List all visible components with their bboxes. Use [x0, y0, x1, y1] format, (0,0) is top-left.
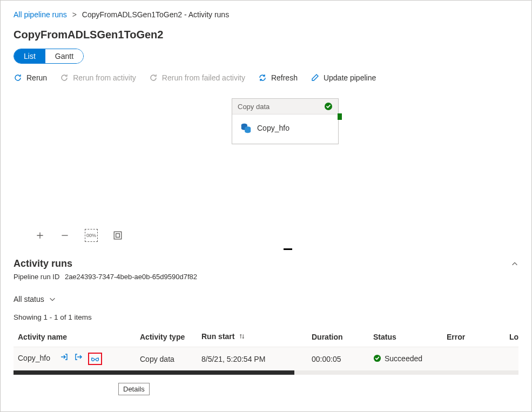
breadcrumb: All pipeline runs > CopyFromADLSGen1ToGe…: [14, 10, 518, 19]
cell-run-start: 8/5/21, 5:20:54 PM: [197, 347, 307, 371]
zoom-in-button[interactable]: [35, 231, 45, 240]
edit-icon: [311, 73, 319, 82]
cell-activity-type: Copy data: [136, 347, 197, 371]
view-toggle-list[interactable]: List: [14, 49, 45, 63]
rerun-activity-icon: [60, 73, 69, 82]
details-tooltip: Details: [118, 383, 150, 395]
input-icon[interactable]: [60, 353, 69, 361]
activity-runs-title: Activity runs: [14, 258, 72, 269]
pipeline-run-id-value: 2ae24393-7347-4beb-ae0b-65d9590d7f82: [65, 273, 197, 281]
refresh-icon: [258, 73, 267, 82]
svg-rect-4: [116, 234, 120, 238]
pipeline-canvas[interactable]: Copy data Copy_hfo 00%: [14, 92, 518, 248]
page-title: CopyFromADLSGen1ToGen2: [14, 29, 518, 41]
breadcrumb-root-link[interactable]: All pipeline runs: [14, 10, 67, 19]
col-activity-type[interactable]: Activity type: [136, 327, 197, 347]
copy-data-icon: [240, 122, 252, 134]
cell-status-text: Succeeded: [385, 354, 422, 363]
breadcrumb-separator: >: [72, 10, 77, 19]
zoom-toolbar: 00%: [35, 229, 123, 242]
col-status[interactable]: Status: [369, 327, 442, 347]
zoom-reset-button[interactable]: 00%: [85, 229, 98, 242]
chevron-down-icon: [49, 295, 56, 303]
rerun-button[interactable]: Rerun: [14, 73, 47, 82]
activity-node-name: Copy_hfo: [257, 124, 289, 132]
col-activity-name[interactable]: Activity name: [14, 327, 136, 347]
update-pipeline-button[interactable]: Update pipeline: [311, 73, 376, 82]
rerun-icon: [14, 73, 22, 82]
output-icon[interactable]: [74, 353, 83, 361]
table-row[interactable]: Copy_hfo Copy data 8/5/21, 5:20:54 PM: [14, 347, 518, 371]
panel-resize-handle[interactable]: [284, 248, 292, 250]
rerun-label: Rerun: [26, 73, 47, 82]
col-run-start-label: Run start: [201, 332, 234, 341]
cell-log: [505, 347, 518, 371]
pipeline-run-id: Pipeline run ID 2ae24393-7347-4beb-ae0b-…: [14, 273, 518, 281]
cell-activity-name: Copy_hfo: [18, 354, 50, 363]
activity-node[interactable]: Copy data Copy_hfo: [232, 98, 339, 144]
zoom-out-button[interactable]: [60, 231, 70, 240]
items-count-text: Showing 1 - 1 of 1 items: [14, 313, 518, 321]
rerun-from-failed-button: Rerun from failed activity: [149, 73, 245, 82]
refresh-label: Refresh: [271, 73, 298, 82]
col-run-start[interactable]: Run start: [197, 327, 307, 347]
collapse-section-icon[interactable]: [511, 260, 518, 268]
activity-runs-table-wrap: Activity name Activity type Run start Du…: [14, 327, 518, 375]
rerun-failed-icon: [149, 73, 158, 82]
activity-node-type: Copy data: [238, 103, 270, 111]
breadcrumb-current: CopyFromADLSGen1ToGen2 - Activity runs: [82, 10, 229, 19]
view-toggle: List Gantt: [14, 49, 84, 64]
toolbar: Rerun Rerun from activity Rerun from fai…: [14, 73, 518, 82]
pipeline-run-id-label: Pipeline run ID: [14, 273, 59, 281]
fit-to-screen-button[interactable]: [113, 231, 123, 240]
rerun-from-activity-button: Rerun from activity: [60, 73, 136, 82]
cell-duration: 00:00:05: [307, 347, 369, 371]
svg-rect-3: [114, 232, 122, 239]
col-log[interactable]: Log: [505, 327, 518, 347]
status-filter-label: All status: [14, 295, 44, 303]
horizontal-scrollbar[interactable]: [14, 370, 518, 375]
details-button[interactable]: [88, 353, 102, 365]
success-check-icon: [324, 102, 333, 111]
update-pipeline-label: Update pipeline: [324, 73, 376, 82]
scrollbar-thumb[interactable]: [14, 370, 294, 375]
activity-node-header: Copy data: [232, 99, 338, 114]
cell-status: Succeeded: [373, 354, 422, 363]
col-error[interactable]: Error: [442, 327, 505, 347]
activity-runs-table: Activity name Activity type Run start Du…: [14, 327, 518, 370]
refresh-button[interactable]: Refresh: [258, 73, 298, 82]
activity-node-body: Copy_hfo: [232, 114, 338, 144]
sort-icon: [239, 333, 245, 341]
glasses-icon: [91, 355, 99, 363]
rerun-failed-label: Rerun from failed activity: [162, 73, 245, 82]
node-output-handle[interactable]: [338, 113, 342, 120]
status-success-icon: [373, 354, 381, 362]
view-toggle-gantt[interactable]: Gantt: [45, 49, 83, 63]
rerun-activity-label: Rerun from activity: [73, 73, 136, 82]
cell-error: [442, 347, 505, 371]
col-duration[interactable]: Duration: [307, 327, 369, 347]
status-filter-dropdown[interactable]: All status: [14, 295, 56, 303]
